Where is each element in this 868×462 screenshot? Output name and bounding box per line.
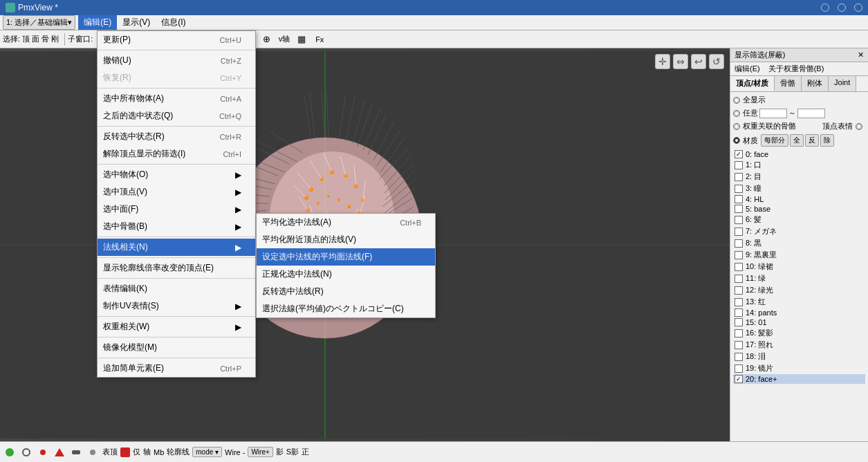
material-item[interactable]: 8: 黒 [733, 237, 865, 249]
material-item[interactable]: 7: メガネ [733, 225, 865, 237]
nav-arrows-icon[interactable]: ⇔ [673, 54, 688, 69]
material-check[interactable] [735, 239, 743, 248]
material-check[interactable] [735, 251, 743, 259]
material-item[interactable]: 13: 红 [733, 296, 865, 308]
material-check[interactable] [735, 329, 743, 338]
status-icon-2[interactable] [19, 445, 33, 459]
menu-item-select-after[interactable]: 之后的选中状态(Q) Ctrl+Q [98, 107, 255, 124]
menu-item-select-vtx[interactable]: 选中顶点(V) ▶ [98, 183, 255, 201]
menu-item-add-simple[interactable]: 追加简单元素(E) Ctrl+P [98, 360, 255, 377]
menu-info[interactable]: 信息(I) [156, 15, 191, 30]
status-icon-4[interactable] [53, 445, 66, 459]
panel-settings-icon[interactable]: ✕ [858, 50, 864, 59]
nav-rotate-left-icon[interactable]: ↩ [691, 54, 706, 69]
material-check[interactable] [735, 275, 743, 283]
nav-rotate-icon[interactable]: ↺ [709, 54, 724, 69]
submenu-avg-normal[interactable]: 平均化选中法线(A) Ctrl+B [257, 214, 435, 231]
radio-weight-bone[interactable] [733, 123, 740, 130]
material-item[interactable]: 1: 口 [733, 159, 865, 171]
material-item[interactable]: 17: 照れ [733, 339, 865, 351]
toolbar-fx[interactable]: Fx [311, 33, 329, 46]
material-check[interactable] [735, 228, 743, 236]
material-item[interactable]: 3: 瞳 [733, 183, 865, 194]
material-per-part-btn[interactable]: 每部分 [761, 134, 788, 147]
tab-joint[interactable]: Joint [829, 76, 856, 91]
submenu-normalize[interactable]: 正规化选中法线(N) [257, 266, 435, 283]
material-check[interactable] [735, 318, 743, 326]
material-item[interactable]: 15: 01 [733, 317, 865, 327]
material-check[interactable] [735, 195, 743, 203]
panel-menu-weight[interactable]: 关于权重骨骼(B) [764, 62, 829, 75]
material-item[interactable]: 9: 黒裏里 [733, 249, 865, 261]
submenu-avg-adjacent[interactable]: 平均化附近顶点的法线(V) [257, 231, 435, 248]
menu-edit[interactable]: 编辑(E) [78, 15, 117, 30]
material-check[interactable] [735, 364, 743, 373]
radio-show-all[interactable] [733, 97, 740, 104]
menu-item-select-obj[interactable]: 选中物体(O) ▶ [98, 166, 255, 183]
material-check[interactable] [735, 375, 743, 383]
nav-move-icon[interactable]: ✛ [655, 54, 670, 69]
material-check[interactable] [735, 173, 743, 181]
all-btn[interactable]: 全 [790, 134, 804, 147]
menu-item-select-face[interactable]: 选中面(F) ▶ [98, 201, 255, 218]
tab-vertex-material[interactable]: 顶点/材质 [730, 76, 775, 91]
material-check[interactable] [735, 341, 743, 349]
material-item[interactable]: 12: 绿光 [733, 284, 865, 296]
menu-item-restore[interactable]: 恢复(R) Ctrl+Y [98, 69, 255, 86]
menu-item-select-bone[interactable]: 选中骨骼(B) ▶ [98, 218, 255, 235]
radio-material[interactable] [733, 137, 740, 144]
material-check[interactable] [735, 308, 743, 317]
material-item[interactable]: 2: 目 [733, 171, 865, 183]
mode-btn[interactable]: mode ▾ [192, 447, 222, 457]
material-check[interactable] [735, 263, 743, 271]
material-item[interactable]: 20: face+ [733, 374, 865, 384]
toolbar-grid[interactable]: ▦ [294, 32, 309, 47]
status-icon-5[interactable] [69, 445, 83, 459]
invert-btn[interactable]: 反 [805, 134, 819, 147]
material-item[interactable]: 11: 绿 [733, 272, 865, 284]
close-button[interactable] [854, 3, 862, 12]
menu-item-weight[interactable]: 权重相关(W) ▶ [98, 318, 255, 335]
material-item[interactable]: 18: 泪 [733, 351, 865, 362]
wire-plus-btn[interactable]: Wire+ [248, 447, 273, 457]
submenu-invert-normal[interactable]: 反转选中法线(R) [257, 283, 435, 300]
material-item[interactable]: 0: face [733, 149, 865, 159]
toolbar-crosshair[interactable]: ⊕ [259, 32, 275, 47]
status-icon-3[interactable] [36, 445, 50, 459]
material-item[interactable]: 14: pants [733, 308, 865, 317]
submenu-copy-vector[interactable]: 選択法線(平均値)のベクトルコピー(C) [257, 300, 435, 317]
material-item[interactable]: 19: 镜片 [733, 362, 865, 374]
status-icon-6[interactable] [86, 445, 100, 459]
material-check[interactable] [735, 286, 743, 295]
menu-display[interactable]: 显示(V) [117, 15, 156, 30]
menu-item-remove-display[interactable]: 解除顶点显示的筛选(I) Ctrl+I [98, 145, 255, 163]
tab-bone[interactable]: 骨骼 [775, 76, 802, 91]
submenu-set-avg-face[interactable]: 设定选中法线的平均面法线(F) [257, 248, 435, 266]
material-item[interactable]: 10: 绿裙 [733, 261, 865, 272]
menu-item-make-uv[interactable]: 制作UV表情(S) ▶ [98, 297, 255, 315]
menu-item-undo[interactable]: 撤销(U) Ctrl+Z [98, 52, 255, 69]
material-item[interactable]: 6: 髪 [733, 214, 865, 225]
tab-rigid[interactable]: 刚体 [802, 76, 829, 91]
menu-item-table-edit[interactable]: 表情编辑(K) [98, 280, 255, 297]
material-check[interactable] [735, 161, 743, 169]
menu-item-update[interactable]: 更新(P) Ctrl+U [98, 31, 255, 48]
material-check[interactable] [735, 205, 743, 213]
material-item[interactable]: 5: base [733, 204, 865, 214]
material-check[interactable] [735, 298, 743, 306]
menu-item-mirror[interactable]: 镜像化模型(M) [98, 339, 255, 356]
menu-item-normal[interactable]: 法线相关(N) ▶ [98, 239, 255, 256]
minimize-button[interactable] [821, 3, 829, 12]
menu-item-invert[interactable]: 反转选中状态(R) Ctrl+R [98, 128, 255, 145]
menu-item-select-all[interactable]: 选中所有物体(A) Ctrl+A [98, 90, 255, 107]
material-item[interactable]: 16: 髪影 [733, 327, 865, 339]
material-item[interactable]: 4: HL [733, 194, 865, 204]
mode-selector[interactable]: 1: 选择／基础编辑▾ [3, 15, 75, 30]
radio-any[interactable] [733, 110, 740, 117]
menu-item-show-edge[interactable]: 显示轮廓线倍率改变的顶点(E) [98, 259, 255, 277]
any-from-input[interactable] [759, 109, 787, 118]
panel-menu-edit[interactable]: 编辑(E) [730, 62, 764, 75]
material-check[interactable] [735, 216, 743, 224]
any-to-input[interactable] [797, 109, 825, 118]
maximize-button[interactable] [838, 3, 846, 12]
